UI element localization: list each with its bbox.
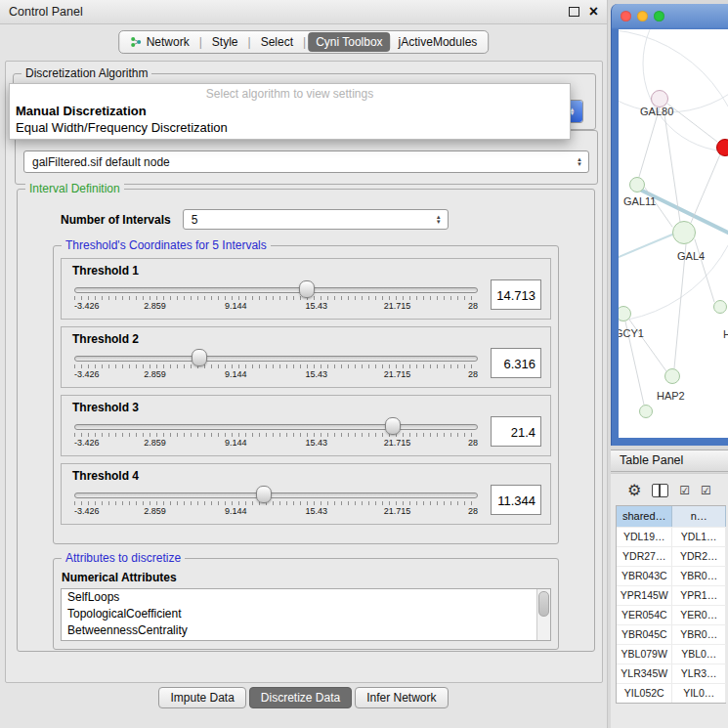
network-canvas[interactable]: GAL80GAL11GAL4GCY1HHAP2 — [619, 29, 728, 438]
threshold-value-field[interactable]: 14.713 — [491, 279, 541, 310]
tab-style[interactable]: Style — [204, 32, 246, 52]
slider-tick-labels: -3.4262.8599.14415.4321.71528 — [74, 369, 478, 380]
tab-infer-network[interactable]: Infer Network — [355, 687, 448, 708]
numerical-attributes-list[interactable]: SelfLoopsTopologicalCoefficientBetweenne… — [61, 588, 551, 641]
tab-label: Select — [261, 35, 293, 49]
threshold-label: Threshold 1 — [62, 259, 550, 278]
column-header[interactable]: shared… — [617, 506, 672, 527]
table-cell[interactable]: YDR27… — [617, 547, 672, 566]
table-row[interactable]: YPR145WYPR1… — [617, 585, 726, 605]
slider-thumb[interactable] — [299, 280, 315, 298]
number-of-intervals-combobox[interactable]: 5 ▲▼ — [183, 209, 449, 230]
column-visibility-icon[interactable] — [652, 484, 668, 497]
attribute-list-item[interactable]: SelfLoops — [62, 589, 550, 606]
node-label: H — [723, 328, 728, 340]
threshold-value-field[interactable]: 21.4 — [491, 416, 541, 447]
threshold-slider[interactable]: -3.4262.8599.14415.4321.71528 — [74, 484, 478, 519]
table-cell[interactable]: YBR045C — [617, 625, 672, 644]
slider-track[interactable] — [74, 424, 478, 430]
tick-label: 15.43 — [306, 369, 328, 379]
tab-network[interactable]: Network — [122, 32, 197, 52]
tab-label: Discretize Data — [261, 691, 340, 705]
threshold-panel: Threshold 3-3.4262.8599.14415.4321.71528… — [61, 395, 551, 456]
table-cell[interactable]: YBL0… — [672, 645, 726, 664]
network-node[interactable] — [713, 300, 727, 314]
close-window-icon[interactable]: × — [589, 4, 598, 20]
network-node[interactable] — [629, 177, 645, 193]
dropdown-item-equal-width-frequency[interactable]: Equal Width/Frequency Discretization — [10, 119, 570, 136]
dropdown-item-manual-discretization[interactable]: Manual Discretization — [10, 103, 570, 119]
combobox-value: 5 — [184, 213, 436, 227]
network-node[interactable] — [664, 368, 680, 384]
tab-discretize-data[interactable]: Discretize Data — [249, 687, 352, 708]
slider-track[interactable] — [74, 356, 478, 362]
slider-thumb[interactable] — [256, 486, 272, 503]
tick-label: 2.859 — [144, 369, 166, 379]
settings-gear-icon[interactable]: ⚙ — [627, 483, 641, 498]
number-of-intervals-row: Number of Intervals 5 ▲▼ — [61, 209, 594, 230]
network-node[interactable] — [639, 405, 653, 418]
table-cell[interactable]: YPR1… — [672, 586, 726, 605]
table-cell[interactable]: YPR145W — [617, 586, 672, 605]
table-row[interactable]: YDL19…YDL1… — [617, 527, 726, 546]
tab-cyni-toolbox[interactable]: Cyni Toolbox — [308, 32, 390, 52]
tick-label: -3.426 — [74, 438, 100, 448]
attribute-list-item[interactable]: TopologicalCoefficient — [62, 606, 550, 622]
table-cell[interactable]: YBL079W — [617, 645, 672, 664]
list-scrollbar[interactable] — [536, 589, 550, 640]
thresholds-group: Threshold's Coordinates for 5 Intervals … — [53, 245, 559, 544]
tab-jactivemodules[interactable]: jActiveModules — [391, 32, 486, 52]
top-tab-bar: Network | Style | Select | Cyni Toolbox … — [118, 30, 490, 54]
threshold-value-field[interactable]: 11.344 — [491, 485, 541, 515]
tab-impute-data[interactable]: Impute Data — [158, 687, 245, 708]
table-row[interactable]: YBR043CYBR0… — [617, 566, 726, 585]
slider-track[interactable] — [74, 492, 478, 498]
scrollbar-thumb[interactable] — [538, 591, 549, 617]
node-label: GAL4 — [677, 250, 705, 262]
table-cell[interactable]: YIL052C — [617, 684, 672, 703]
tick-label: 28 — [468, 506, 478, 516]
threshold-value-field[interactable]: 6.316 — [491, 348, 541, 378]
zoom-button[interactable] — [654, 11, 664, 21]
column-header[interactable]: n… — [672, 506, 726, 527]
threshold-slider[interactable]: -3.4262.8599.14415.4321.71528 — [74, 415, 478, 450]
threshold-slider[interactable]: -3.4262.8599.14415.4321.71528 — [74, 278, 478, 314]
group-title: Threshold's Coordinates for 5 Intervals — [62, 238, 271, 252]
tick-label: 28 — [468, 438, 478, 448]
table-cell[interactable]: YDL19… — [617, 528, 672, 546]
slider-thumb[interactable] — [385, 417, 401, 435]
table-row[interactable]: YBL079WYBL0… — [617, 644, 726, 664]
table-cell[interactable]: YBR0… — [672, 567, 726, 585]
table-row[interactable]: YDR27…YDR2… — [617, 546, 726, 566]
table-cell[interactable]: YBR043C — [617, 567, 672, 585]
table-row[interactable]: YIL052CYIL0… — [617, 683, 726, 703]
table-cell[interactable]: YIL0… — [672, 684, 726, 703]
slider-thumb[interactable] — [192, 349, 207, 366]
table-row[interactable]: YBR045CYBR0… — [617, 624, 726, 644]
float-window-icon[interactable] — [569, 7, 579, 17]
table-cell[interactable]: YLR3… — [672, 664, 726, 683]
select-all-checkbox-icon[interactable]: ☑ — [679, 485, 690, 496]
table-cell[interactable]: YDL1… — [672, 528, 726, 546]
table-row[interactable]: YLR345WYLR3… — [617, 664, 726, 683]
table-cell[interactable]: YLR345W — [617, 664, 672, 683]
slider-tick-labels: -3.4262.8599.14415.4321.71528 — [74, 438, 478, 449]
combobox-value: galFiltered.sif default node — [24, 155, 577, 169]
attribute-list-item[interactable]: BetweennessCentrality — [62, 622, 550, 639]
close-button[interactable] — [621, 11, 631, 21]
tick-label: 28 — [468, 369, 478, 379]
table-cell[interactable]: YBR0… — [672, 625, 726, 644]
table-cell[interactable]: YDR2… — [672, 547, 726, 566]
table-cell[interactable]: YER054C — [617, 606, 672, 624]
network-view-window: GAL80GAL11GAL4GCY1HHAP2 — [611, 4, 728, 446]
threshold-slider[interactable]: -3.4262.8599.14415.4321.71528 — [74, 347, 478, 382]
table-row[interactable]: YER054CYER0… — [617, 605, 726, 624]
tab-select[interactable]: Select — [253, 32, 301, 52]
table-cell[interactable]: YER0… — [672, 606, 726, 624]
network-node[interactable] — [672, 221, 696, 244]
table-data-combobox[interactable]: galFiltered.sif default node ▲▼ — [23, 150, 589, 173]
network-node[interactable] — [716, 139, 728, 156]
minimize-button[interactable] — [637, 11, 648, 21]
select-none-checkbox-icon[interactable]: ☑ — [701, 485, 711, 496]
slider-track[interactable] — [74, 287, 478, 293]
